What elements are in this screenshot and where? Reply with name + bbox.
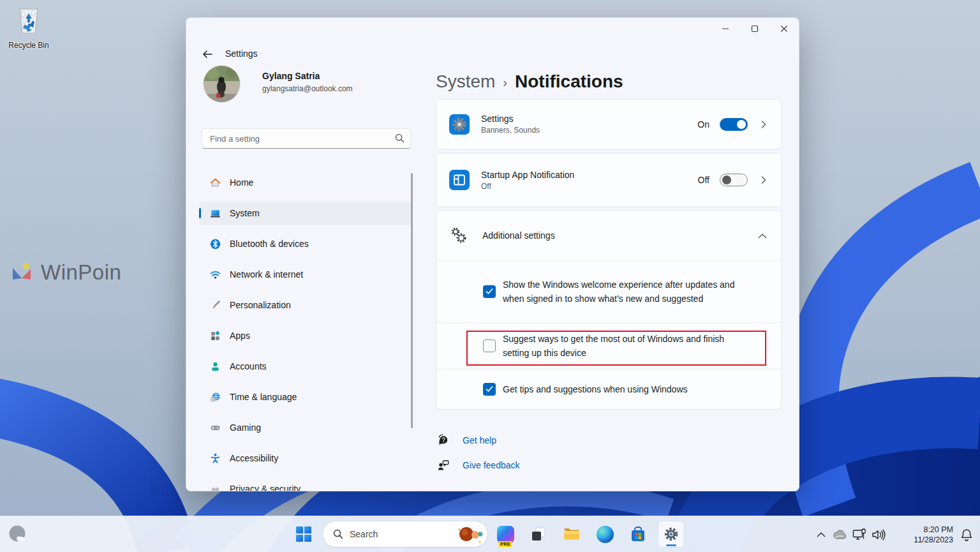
- sidebar-scrollbar[interactable]: [411, 173, 413, 428]
- get-help-link[interactable]: Get help: [437, 434, 496, 447]
- settings-notification-card[interactable]: Settings Banners, Sounds On: [436, 99, 782, 149]
- expander-label: Additional settings: [482, 230, 758, 241]
- sidebar-item-label: Network & internet: [230, 269, 303, 280]
- globe-clock-icon: [209, 391, 221, 403]
- edge-button[interactable]: [592, 521, 618, 547]
- sidebar-item-apps[interactable]: Apps: [199, 324, 412, 347]
- back-arrow-icon: [202, 49, 213, 59]
- tray-chevron-up-button[interactable]: [812, 532, 831, 537]
- checkmark-icon: [486, 386, 493, 392]
- copilot-pre-badge: PRE: [498, 541, 512, 547]
- checkmark-icon: [486, 288, 493, 295]
- network-tray-button[interactable]: [850, 528, 869, 541]
- suggest-ways-row[interactable]: Suggest ways to get the most out of Wind…: [436, 323, 781, 369]
- file-explorer-icon: [563, 525, 581, 543]
- ethernet-monitor-icon: [852, 528, 866, 541]
- get-tips-checkbox[interactable]: [483, 383, 496, 396]
- chevron-right-icon: [761, 175, 767, 184]
- speaker-icon: [872, 529, 886, 541]
- winpoin-watermark-text: WinPoin: [41, 260, 121, 285]
- apps-icon: [209, 330, 221, 341]
- sidebar-item-privacy[interactable]: Privacy & security: [199, 477, 412, 491]
- tray-clock[interactable]: 8:20 PM 11/28/2023: [895, 525, 953, 545]
- sidebar-item-label: Accessibility: [230, 453, 278, 463]
- card-subtitle: Off: [481, 182, 698, 191]
- bell-icon: [961, 528, 972, 541]
- onedrive-tray-button[interactable]: [831, 530, 850, 540]
- toggle-knob: [722, 175, 731, 184]
- settings-gear-icon: [662, 525, 680, 543]
- taskbar-search-label: Search: [350, 529, 457, 539]
- bluetooth-icon: [209, 238, 221, 250]
- sidebar-item-home[interactable]: Home: [199, 171, 412, 194]
- gears-icon: [449, 226, 468, 245]
- file-explorer-button[interactable]: [559, 521, 584, 547]
- sidebar-item-system[interactable]: System: [199, 202, 412, 225]
- accessibility-person-icon: [209, 452, 221, 464]
- sidebar-item-label: Privacy & security: [230, 484, 301, 491]
- chevron-up-icon: [817, 532, 826, 537]
- page-title: Notifications: [515, 71, 623, 92]
- task-view-icon: [530, 526, 547, 542]
- avatar[interactable]: [204, 66, 240, 102]
- sidebar-item-label: Gaming: [230, 422, 261, 433]
- sidebar-item-time-language[interactable]: Time & language: [199, 385, 412, 408]
- sidebar-item-label: Apps: [230, 331, 250, 341]
- give-feedback-link[interactable]: Give feedback: [437, 459, 520, 472]
- sidebar-item-accessibility[interactable]: Accessibility: [199, 447, 412, 470]
- additional-settings-expander[interactable]: Additional settings: [436, 211, 781, 261]
- volume-tray-button[interactable]: [869, 529, 888, 541]
- selected-accent-bar: [199, 208, 201, 218]
- find-setting-searchbox: [202, 128, 411, 149]
- taskbar: Search PRE: [0, 516, 980, 552]
- recycle-bin-label: Recycle Bin: [6, 41, 51, 50]
- sidebar-item-network[interactable]: Network & internet: [199, 263, 412, 286]
- notification-center-button[interactable]: [957, 528, 976, 541]
- give-feedback-label: Give feedback: [463, 460, 520, 470]
- main-content: System › Notifications Settings Banners,…: [436, 18, 782, 491]
- card-title: Settings: [481, 114, 697, 124]
- sidebar-item-bluetooth[interactable]: Bluetooth & devices: [199, 232, 412, 255]
- copilot-button[interactable]: PRE: [493, 521, 518, 547]
- sidebar-nav: Home System Bluetooth & devices Networ: [199, 171, 412, 491]
- back-button[interactable]: [199, 47, 216, 62]
- sidebar-item-personalization[interactable]: Personalization: [199, 294, 412, 317]
- get-tips-row[interactable]: Get tips and suggestions when using Wind…: [436, 369, 781, 409]
- recycle-bin-desktop-icon[interactable]: Recycle Bin: [6, 5, 51, 50]
- privacy-shield-icon: [209, 483, 221, 491]
- welcome-experience-checkbox[interactable]: [483, 285, 496, 298]
- help-chat-icon: [437, 434, 450, 447]
- start-button[interactable]: [291, 521, 316, 547]
- toggle-knob: [737, 120, 746, 129]
- sidebar-item-label: Home: [230, 177, 253, 188]
- sidebar-item-accounts[interactable]: Accounts: [199, 355, 412, 378]
- settings-notifications-toggle[interactable]: [720, 118, 748, 131]
- get-help-label: Get help: [463, 435, 496, 445]
- find-setting-input[interactable]: [202, 128, 411, 149]
- task-view-button[interactable]: [526, 521, 551, 547]
- startup-notification-toggle[interactable]: [720, 174, 748, 186]
- system-icon: [209, 207, 221, 219]
- sidebar-item-label: Personalization: [230, 300, 291, 310]
- desktop: Recycle Bin WinPoin Setting: [0, 0, 980, 552]
- recycle-bin-icon: [13, 5, 44, 37]
- tray-time: 8:20 PM: [895, 525, 953, 535]
- sidebar-item-gaming[interactable]: Gaming: [199, 416, 412, 439]
- microsoft-store-button[interactable]: [625, 521, 651, 547]
- breadcrumb-parent[interactable]: System: [436, 71, 495, 92]
- startup-app-notification-card[interactable]: Startup App Notification Off Off: [436, 153, 782, 207]
- windows-start-icon: [295, 526, 312, 542]
- taskbar-search-box[interactable]: Search: [323, 521, 487, 547]
- card-title: Startup App Notification: [481, 170, 698, 180]
- welcome-experience-row[interactable]: Show the Windows welcome experience afte…: [436, 261, 781, 323]
- widgets-weather-icon[interactable]: [8, 524, 29, 545]
- breadcrumb: System › Notifications: [436, 71, 623, 92]
- settings-window: Settings Gylang Satria gylangsatria@outl…: [186, 17, 799, 491]
- suggest-ways-checkbox[interactable]: [483, 339, 496, 352]
- sidebar-item-label: Time & language: [230, 392, 297, 402]
- search-icon: [333, 529, 343, 539]
- settings-taskbar-button[interactable]: [658, 521, 684, 547]
- search-icon: [395, 133, 405, 143]
- card-subtitle: Banners, Sounds: [481, 126, 697, 135]
- winpoin-logo-icon: [9, 259, 36, 286]
